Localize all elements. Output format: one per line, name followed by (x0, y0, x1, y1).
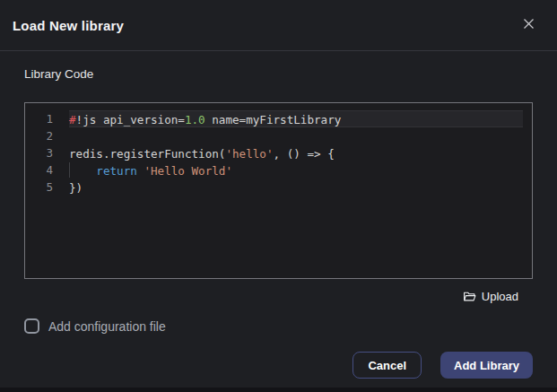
checkbox-label: Add configuration file (48, 319, 166, 334)
dialog-header: Load New library (0, 0, 557, 51)
add-library-button[interactable]: Add Library (440, 352, 533, 379)
code-line-content: redis.registerFunction('hello', () => { (69, 144, 523, 161)
line-number: 3 (25, 144, 53, 161)
cancel-button[interactable]: Cancel (352, 352, 422, 379)
code-line[interactable]: 1#!js api_version=1.0 name=myFirstLibrar… (25, 110, 523, 127)
code-line-content: #!js api_version=1.0 name=myFirstLibrary (69, 110, 523, 127)
dialog-footer: Cancel Add Library (24, 352, 533, 379)
dialog-body: Library Code 1#!js api_version=1.0 name=… (0, 67, 557, 379)
upload-label: Upload (482, 290, 518, 303)
line-number: 2 (25, 127, 53, 144)
code-line[interactable]: 5}) (25, 179, 523, 196)
load-new-library-dialog: Load New library Library Code 1#!js api_… (0, 0, 557, 388)
folder-open-icon (463, 290, 476, 303)
upload-row: Upload (24, 290, 533, 303)
code-line[interactable]: 2 (25, 127, 523, 144)
line-number: 5 (25, 179, 53, 196)
code-line-content (69, 127, 523, 144)
code-editor-lines: 1#!js api_version=1.0 name=myFirstLibrar… (25, 110, 523, 196)
close-icon (523, 18, 535, 32)
library-code-label: Library Code (24, 67, 533, 81)
indent-guide (69, 162, 70, 178)
upload-button[interactable]: Upload (463, 290, 518, 303)
line-number: 4 (25, 161, 53, 179)
close-button[interactable] (518, 14, 539, 36)
line-number: 1 (25, 110, 53, 127)
library-code-editor[interactable]: 1#!js api_version=1.0 name=myFirstLibrar… (24, 102, 533, 279)
code-line-content: }) (69, 179, 523, 196)
code-line-content: return 'Hello World' (69, 161, 523, 179)
dialog-title: Load New library (13, 18, 124, 33)
add-configuration-file-checkbox[interactable]: Add configuration file (24, 318, 533, 334)
code-line[interactable]: 4 return 'Hello World' (25, 161, 523, 179)
checkbox-icon (24, 318, 39, 334)
code-line[interactable]: 3redis.registerFunction('hello', () => { (25, 144, 523, 161)
